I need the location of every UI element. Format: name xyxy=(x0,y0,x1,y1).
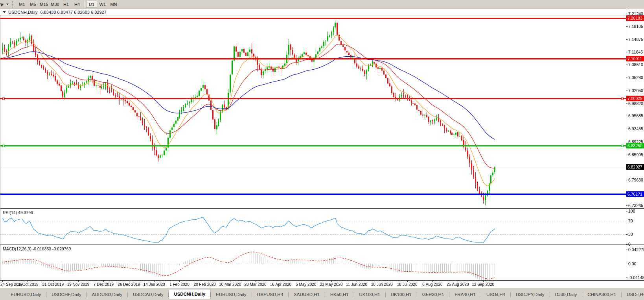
chart-tab-bar: EURUSD,DailyUSDCHF,DailyAUDUSD,DailyUSDC… xyxy=(0,288,644,300)
chart-tab-DJ30-Daily[interactable]: DJ30,Daily xyxy=(550,290,582,299)
toolbar: M1M5M15M30H1H4D1W1MN xyxy=(0,0,644,9)
price-chart-canvas[interactable] xyxy=(0,9,644,288)
chart-tab-HK50-H1[interactable]: HK50,H1 xyxy=(325,290,354,299)
chart-tab-UK100-H1[interactable]: UK100,H1 xyxy=(354,290,385,299)
macd-indicator-label: MACD(12,26,9) -0.016853 -0.029769 xyxy=(3,246,71,251)
timeframe-button-M15[interactable]: M15 xyxy=(39,1,50,8)
chart-quote: 6.83438 6.83477 6.82603 6.82927 xyxy=(40,10,107,15)
chevron-down-icon[interactable] xyxy=(6,4,9,5)
timeframe-button-H1[interactable]: H1 xyxy=(61,1,72,8)
timeframe-button-M1[interactable]: M1 xyxy=(17,1,28,8)
chart-tab-AUDUSD-Daily[interactable]: AUDUSD,Daily xyxy=(87,290,127,299)
mt4-terminal: M1M5M15M30H1H4D1W1MN USDCNH,Daily 6.8343… xyxy=(0,0,644,300)
timeframe-button-MN[interactable]: MN xyxy=(108,1,119,8)
chart-tab-USDJPY-Daily[interactable]: USDJPY,Daily xyxy=(511,290,550,299)
timeframe-button-H4[interactable]: H4 xyxy=(72,1,83,8)
toolbar-grip[interactable] xyxy=(12,1,14,7)
chart-tab-USDCAD-Daily[interactable]: USDCAD,Daily xyxy=(128,290,168,299)
chart-tab-GBPUSD-H4[interactable]: GBPUSD,H4 xyxy=(252,290,288,299)
chart-tab-CHINA300-H1[interactable]: CHINA300,H1 xyxy=(582,290,621,299)
chart-tabs: EURUSD,DailyUSDCHF,DailyAUDUSD,DailyUSDC… xyxy=(6,289,644,299)
chart-symbol-title: USDCNH,Daily xyxy=(8,10,38,15)
toolbar-separator xyxy=(84,1,85,7)
chart-tab-FRA40-H1[interactable]: FRA40,H1 xyxy=(449,290,481,299)
chart-title-bar: USDCNH,Daily 6.83438 6.83477 6.82603 6.8… xyxy=(0,9,626,15)
timeframe-button-M5[interactable]: M5 xyxy=(28,1,39,8)
chart-tab-GER30-H1[interactable]: GER30,H1 xyxy=(417,290,449,299)
timeframe-button-D1[interactable]: D1 xyxy=(86,1,97,8)
timeframe-button-W1[interactable]: W1 xyxy=(97,1,108,8)
chart-tab-USDCHF-Daily[interactable]: USDCHF,Daily xyxy=(46,290,86,299)
chart-tab-EURUSD-Daily[interactable]: EURUSD,Daily xyxy=(6,290,46,299)
chart-tab-USOil-H4[interactable]: USOil,H4 xyxy=(622,290,644,299)
cursor-tool-icon xyxy=(0,2,4,6)
chart-tab-USOil-H4[interactable]: USOil,H4 xyxy=(481,290,510,299)
timeframe-button-M30[interactable]: M30 xyxy=(50,1,61,8)
chart-tab-UK100-H1[interactable]: UK100,H1 xyxy=(386,290,417,299)
chart-tab-EURUSD-Daily[interactable]: EURUSD,Daily xyxy=(211,290,251,299)
collapse-icon[interactable] xyxy=(3,11,6,13)
timeframe-button-group: M1M5M15M30H1H4D1W1MN xyxy=(17,1,119,8)
rsi-indicator-label: RSI(14) 49.3799 xyxy=(3,210,33,215)
cursor-tool-button[interactable] xyxy=(0,1,10,8)
chart-tab-USDCNH-Daily[interactable]: USDCNH,Daily xyxy=(169,289,210,299)
chart-tab-XAUUSD-H1[interactable]: XAUUSD,H1 xyxy=(289,290,325,299)
